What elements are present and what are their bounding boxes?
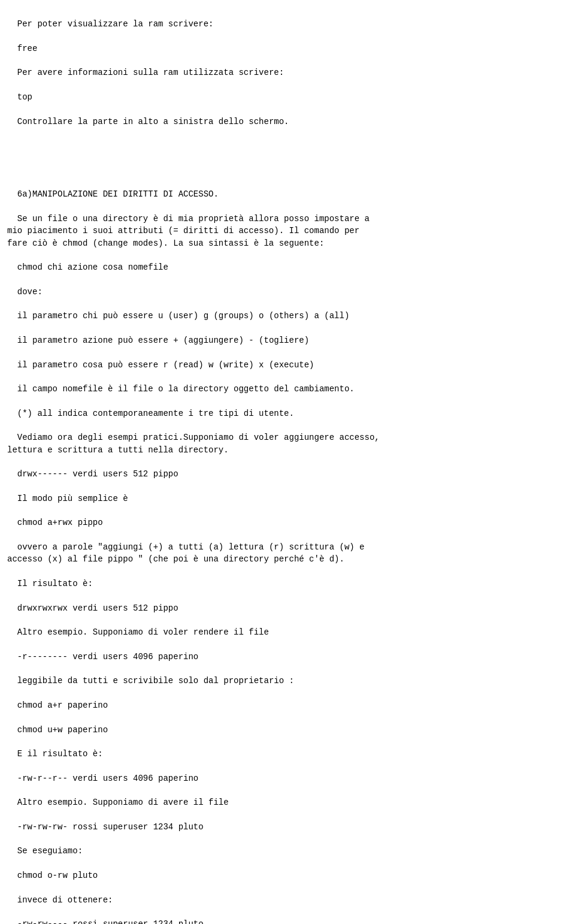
param-nomefile: il campo nomefile è il file o la directo… [17,384,355,394]
altro-esempio-2: Altro esempio. Supponiamo di avere il fi… [17,798,229,807]
result-label-1: Il risultato è: [17,579,93,588]
leggibile-text: leggibile da tutti e scrivibile solo dal… [17,676,294,686]
dove-label: dove: [17,287,43,297]
simple-modo: Il modo più semplice è [17,494,128,503]
ls-paperino-after: -rw-r--r-- verdi users 4096 paperino [17,774,198,783]
section-6a-title: 6a)MANIPOLAZIONE DEI DIRITTI DI ACCESSO. [17,189,219,199]
invece-text: invece di ottenere: [17,895,113,905]
chmod-cmd1: chmod a+rwx pippo [17,518,103,527]
e-risultato: E il risultato è: [17,749,103,759]
line-top-cmd: top [17,92,32,102]
ls-pippo-after: drwxrwxrwx verdi users 512 pippo [17,603,178,613]
note-all: (*) all indica contemporaneamente i tre … [17,409,294,418]
chmod-cmd4: chmod o-rw pluto [17,871,98,880]
param-cosa: il parametro cosa può essere r (read) w … [17,360,314,370]
section-6a-para1: Se un file o una directory è di mia prop… [7,214,370,248]
chmod-cmd2: chmod a+r paperino [17,700,108,710]
param-azione: il parametro azione può essere + (aggiun… [17,336,309,345]
ls-pippo-before: drwx------ verdi users 512 pippo [17,469,178,479]
altro-esempio-1: Altro esempio. Supponiamo di voler rende… [17,627,269,637]
ls-pluto-expected: -rw-rw---- rossi superuser 1234 pluto [17,919,204,924]
chmod-syntax: chmod chi azione cosa nomefile [17,262,168,272]
param-chi: il parametro chi può essere u (user) g (… [17,311,350,321]
line-free-cmd: free [17,44,38,53]
chmod-cmd3: chmod u+w paperino [17,725,108,735]
line-controllare: Controllare la parte in alto a sinistra … [17,117,289,126]
line-ram-info: Per avere informazioni sulla ram utilizz… [17,68,284,77]
ls-paperino-before: -r-------- verdi users 4096 paperino [17,652,198,662]
se-eseguiamo: Se eseguiamo: [17,846,83,856]
line-ram-intro: Per poter visualizzare la ram scrivere: [17,19,214,29]
ls-pluto-rw: -rw-rw-rw- rossi superuser 1234 pluto [17,822,204,832]
example-intro: Vediamo ora degli esempi pratici.Supponi… [7,433,380,454]
explanation-text: ovvero a parole "aggiungi (+) a tutti (a… [7,542,365,564]
main-content: Per poter visualizzare la ram scrivere: … [7,6,568,924]
